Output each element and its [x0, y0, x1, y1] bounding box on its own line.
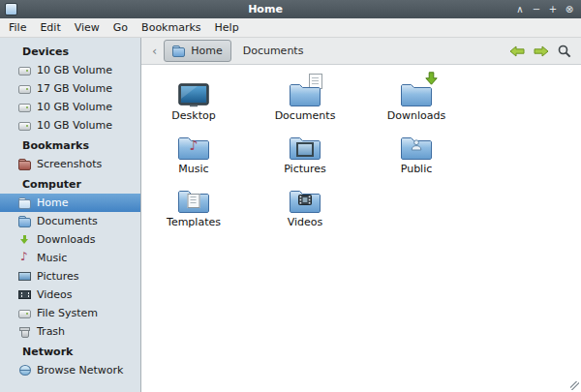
file-item-public[interactable]: Public: [373, 132, 460, 185]
file-item-downloads[interactable]: Downloads: [373, 78, 460, 132]
sidebar-item-music[interactable]: Music: [0, 249, 140, 267]
pictures-folder-icon: [287, 132, 323, 161]
sidebar-item-label: Videos: [37, 288, 73, 301]
photo-emblem-icon: [296, 142, 314, 157]
path-button-label: Home: [191, 45, 222, 57]
drive-icon: [18, 120, 31, 132]
icon-grid: Desktop Documents: [150, 78, 581, 238]
menu-bookmarks[interactable]: Bookmarks: [135, 19, 207, 36]
path-scroll-left-button[interactable]: ‹: [148, 44, 161, 58]
music-note-icon: [18, 253, 31, 264]
sidebar-item-label: Browse Network: [37, 364, 123, 377]
resize-grip[interactable]: [570, 381, 579, 390]
film-icon: [18, 289, 31, 301]
home-folder-icon: [18, 197, 31, 209]
sidebar-item-label: Screenshots: [37, 158, 102, 170]
sidebar-item-volume-2[interactable]: 17 GB Volume: [0, 79, 140, 98]
titlebar[interactable]: Home ∧ − + ⊗: [0, 0, 581, 18]
sidebar-item-label: Documents: [37, 215, 98, 227]
menu-edit[interactable]: Edit: [33, 19, 67, 36]
file-item-music[interactable]: Music: [150, 132, 237, 185]
file-item-templates[interactable]: Templates: [150, 185, 237, 238]
trash-icon: [18, 326, 31, 338]
menu-view[interactable]: View: [68, 19, 107, 36]
sidebar-item-label: 10 GB Volume: [37, 64, 112, 76]
public-folder-icon: [398, 132, 435, 161]
app-logo-icon: [5, 3, 17, 15]
nav-back-arrow-icon[interactable]: [506, 45, 528, 57]
folder-icon: [18, 159, 31, 170]
download-arrow-icon: [425, 72, 438, 88]
menu-file[interactable]: File: [2, 19, 33, 36]
photo-icon: [18, 271, 31, 283]
path-button-home[interactable]: Home: [164, 40, 230, 62]
path-button-label: Documents: [243, 45, 304, 57]
sidebar-item-volume-3[interactable]: 10 GB Volume: [0, 98, 140, 116]
sidebar: Devices 10 GB Volume 17 GB Volume 10 GB …: [0, 38, 141, 392]
sidebar-item-volume-1[interactable]: 10 GB Volume: [0, 61, 140, 79]
sidebar-item-label: 17 GB Volume: [37, 82, 112, 95]
music-folder-icon: [175, 132, 212, 161]
videos-folder-icon: [287, 185, 323, 214]
menu-go[interactable]: Go: [107, 19, 135, 36]
minimize-button[interactable]: −: [530, 3, 543, 16]
window-controls: ∧ − + ⊗: [513, 3, 576, 16]
file-item-desktop[interactable]: Desktop: [150, 78, 237, 132]
sidebar-header-bookmarks: Bookmarks: [0, 135, 140, 155]
sidebar-item-documents[interactable]: Documents: [0, 212, 140, 230]
close-button[interactable]: ⊗: [563, 3, 576, 16]
folder-icon: [172, 45, 185, 57]
menubar: File Edit View Go Bookmarks Help: [0, 18, 581, 38]
file-label: Desktop: [171, 109, 215, 122]
path-toolbar: ‹ Home Documents: [141, 38, 581, 65]
sidebar-item-label: Home: [37, 196, 68, 209]
documents-folder-icon: [287, 78, 323, 107]
person-emblem-icon: [411, 139, 422, 151]
file-item-pictures[interactable]: Pictures: [261, 132, 349, 185]
drive-icon: [18, 65, 31, 76]
music-note-icon: [175, 137, 212, 153]
main-area: Devices 10 GB Volume 17 GB Volume 10 GB …: [0, 38, 581, 392]
file-view[interactable]: Desktop Documents: [141, 65, 581, 392]
sidebar-item-screenshots[interactable]: Screenshots: [0, 155, 140, 173]
downloads-folder-icon: [398, 78, 435, 107]
file-item-documents[interactable]: Documents: [261, 78, 349, 132]
download-arrow-icon: [18, 234, 31, 246]
drive-icon: [18, 102, 31, 113]
sidebar-item-pictures[interactable]: Pictures: [0, 267, 140, 286]
sidebar-item-label: 10 GB Volume: [37, 119, 112, 132]
sidebar-item-volume-4[interactable]: 10 GB Volume: [0, 116, 140, 135]
sidebar-item-trash[interactable]: Trash: [0, 322, 140, 341]
sidebar-item-downloads[interactable]: Downloads: [0, 230, 140, 249]
file-label: Downloads: [387, 109, 445, 122]
documents-folder-icon: [18, 216, 31, 227]
film-emblem-icon: [298, 195, 312, 205]
search-icon[interactable]: [555, 45, 574, 58]
nav-forward-arrow-icon[interactable]: [531, 45, 552, 57]
path-button-documents[interactable]: Documents: [234, 40, 313, 62]
sidebar-header-devices: Devices: [0, 41, 140, 61]
file-item-videos[interactable]: Videos: [261, 185, 349, 238]
templates-folder-icon: [175, 185, 212, 214]
sidebar-item-label: Downloads: [37, 233, 95, 246]
sidebar-item-browse-network[interactable]: Browse Network: [0, 361, 140, 379]
maximize-button[interactable]: +: [546, 3, 560, 16]
desktop-icon: [175, 78, 212, 107]
file-label: Public: [401, 163, 433, 175]
shade-button[interactable]: ∧: [513, 3, 527, 16]
file-label: Templates: [167, 216, 221, 228]
network-globe-icon: [18, 365, 31, 377]
sidebar-item-videos[interactable]: Videos: [0, 286, 140, 304]
sidebar-item-file-system[interactable]: File System: [0, 304, 140, 322]
file-label: Music: [178, 163, 208, 175]
drive-icon: [18, 83, 31, 95]
file-label: Pictures: [284, 163, 326, 175]
sidebar-item-label: Pictures: [37, 270, 79, 283]
file-label: Documents: [275, 109, 336, 122]
menu-help[interactable]: Help: [208, 19, 246, 36]
file-label: Videos: [288, 216, 323, 228]
sidebar-header-network: Network: [0, 341, 140, 361]
sidebar-item-home[interactable]: Home: [0, 194, 140, 212]
right-pane: ‹ Home Documents: [141, 38, 581, 392]
sidebar-header-computer: Computer: [0, 173, 140, 194]
